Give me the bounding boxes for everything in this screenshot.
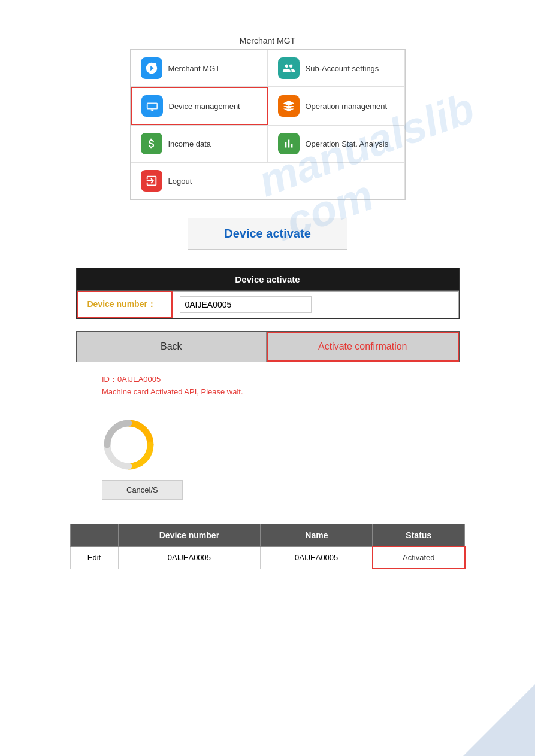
- menu-label-logout: Logout: [168, 177, 192, 186]
- svg-rect-5: [150, 110, 154, 111]
- menu-item-device-mgmt[interactable]: Device management: [131, 87, 268, 125]
- device-form-row: Device number：: [77, 290, 459, 318]
- device-number-value: [173, 291, 459, 318]
- menu-label-device-mgmt: Device management: [169, 102, 240, 111]
- device-activate-section: Device activate: [0, 218, 535, 250]
- operation-stat-icon: [278, 133, 300, 154]
- menu-item-operation-mgmt[interactable]: Operation management: [268, 87, 405, 125]
- menu-item-operation-stat[interactable]: Operation Stat. Analysis: [268, 125, 405, 162]
- cancel-button[interactable]: Cancel/S: [102, 480, 183, 500]
- table-row: Edit 0AIJEA0005 0AIJEA0005 Activated: [70, 546, 465, 569]
- status-message: Machine card Activated API, Please wait.: [102, 387, 243, 396]
- menu-grid: Merchant MGT Sub-Account settings Device…: [131, 50, 405, 199]
- merchant-mgt-icon: [141, 57, 162, 79]
- menu-label-merchant-mgt: Merchant MGT: [168, 64, 220, 73]
- merchant-mgt-title: Merchant MGT: [240, 36, 295, 45]
- device-activate-form-section: Device activate Device number：: [0, 268, 535, 319]
- device-form: Device activate Device number：: [76, 268, 460, 319]
- menu-item-merchant-mgt[interactable]: Merchant MGT: [131, 50, 268, 87]
- menu-label-sub-account: Sub-Account settings: [306, 64, 379, 73]
- svg-point-0: [153, 63, 156, 67]
- operation-mgmt-icon: [278, 95, 300, 117]
- income-data-icon: [141, 133, 162, 154]
- results-table-section: Device number Name Status Edit 0AIJEA000…: [0, 524, 535, 569]
- col-header-name: Name: [261, 524, 373, 547]
- page-container: manualslib .com Merchant MGT Merchant MG…: [0, 0, 535, 756]
- col-header-device-number: Device number: [118, 524, 261, 547]
- menu-item-income-data[interactable]: Income data: [131, 125, 268, 162]
- col-header-status: Status: [373, 524, 465, 547]
- spinner-section: Cancel/S: [0, 418, 535, 500]
- menu-grid-wrapper: Merchant MGT Sub-Account settings Device…: [130, 49, 406, 200]
- back-button[interactable]: Back: [77, 332, 267, 362]
- corner-decoration: [463, 684, 535, 756]
- svg-rect-1: [146, 67, 149, 69]
- status-section: ID：0AIJEA0005 Machine card Activated API…: [0, 374, 535, 406]
- device-number-input[interactable]: [180, 296, 312, 313]
- svg-rect-3: [147, 104, 156, 108]
- svg-point-7: [115, 431, 143, 459]
- sub-account-icon: [278, 57, 300, 79]
- logout-icon: [141, 170, 162, 192]
- device-mgmt-icon: [141, 95, 163, 117]
- loading-spinner: [102, 418, 156, 472]
- form-buttons-wrapper: Back Activate confirmation: [76, 331, 460, 362]
- menu-label-income-data: Income data: [168, 139, 211, 148]
- menu-item-logout[interactable]: Logout: [131, 162, 405, 199]
- table-cell-name: 0AIJEA0005: [261, 546, 373, 569]
- device-form-header: Device activate: [77, 268, 459, 290]
- device-activate-button[interactable]: Device activate: [188, 218, 347, 250]
- activate-confirm-button[interactable]: Activate confirmation: [267, 332, 459, 362]
- menu-label-operation-stat: Operation Stat. Analysis: [306, 139, 389, 148]
- device-number-label: Device number：: [77, 291, 173, 318]
- status-id: ID：0AIJEA0005: [102, 374, 161, 385]
- table-cell-status: Activated: [373, 546, 465, 569]
- table-cell-device-number: 0AIJEA0005: [118, 546, 261, 569]
- menu-item-sub-account[interactable]: Sub-Account settings: [268, 50, 405, 87]
- table-cell-action[interactable]: Edit: [70, 546, 118, 569]
- col-header-action: [70, 524, 118, 547]
- merchant-mgt-section: Merchant MGT Merchant MGT Sub-Account se…: [0, 36, 535, 200]
- results-table: Device number Name Status Edit 0AIJEA000…: [70, 524, 466, 569]
- menu-label-operation-mgmt: Operation management: [306, 102, 388, 111]
- form-buttons-section: Back Activate confirmation: [0, 331, 535, 362]
